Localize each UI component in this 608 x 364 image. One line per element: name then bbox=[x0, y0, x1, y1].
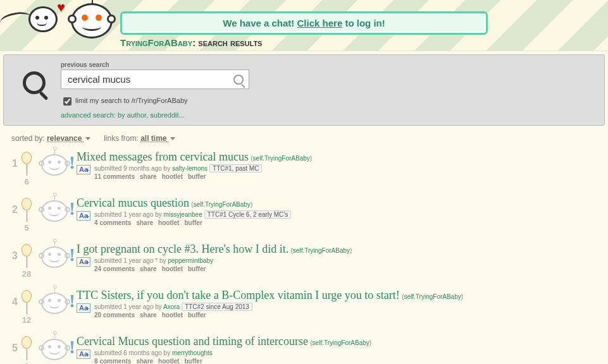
limit-search-row: limit my search to /r/TryingForABaby bbox=[61, 95, 598, 107]
text-size-button[interactable]: Aa+ bbox=[77, 211, 90, 221]
comments-link[interactable]: 4 comments bbox=[94, 219, 131, 226]
buffer-link[interactable]: buffer bbox=[188, 173, 206, 180]
chevron-down-icon bbox=[170, 137, 175, 140]
text-size-button[interactable]: Aa+ bbox=[77, 303, 90, 313]
post-domain-link[interactable]: self.TryingForABaby bbox=[313, 339, 369, 346]
comments-link[interactable]: 20 comments bbox=[94, 312, 135, 318]
buffer-link[interactable]: buffer bbox=[188, 265, 206, 272]
chat-banner-link[interactable]: Click here bbox=[297, 18, 343, 28]
post-title-link[interactable]: Mixed messages from cervical mucus bbox=[77, 150, 249, 163]
post-domain: (self.TryingForABaby) bbox=[251, 155, 312, 162]
post-actions: 4 commentssharehootletbuffer bbox=[94, 219, 291, 226]
advanced-search-link[interactable]: advanced search: by author, subreddit... bbox=[61, 111, 185, 119]
post-title-link[interactable]: TTC Sisters, if you don't take a B-Compl… bbox=[77, 289, 400, 301]
upvote-icon[interactable] bbox=[22, 244, 32, 257]
subreddit-name[interactable]: TryingForABaby bbox=[120, 37, 192, 48]
share-link[interactable]: share bbox=[136, 219, 153, 226]
post-title-link[interactable]: Cervical Mucus question and timing of in… bbox=[77, 335, 308, 348]
vote-column: 5 bbox=[19, 195, 34, 233]
search-icon bbox=[23, 71, 48, 97]
chat-banner-text-suffix: to log in! bbox=[342, 18, 385, 28]
result-row: 412!TTC Sisters, if you don't take a B-C… bbox=[0, 284, 605, 330]
author-link[interactable]: missyjeanbee bbox=[164, 211, 202, 218]
share-link[interactable]: share bbox=[140, 312, 157, 318]
post-domain-link[interactable]: self.TryingForABaby bbox=[194, 201, 251, 208]
thumbnail[interactable]: ! bbox=[37, 243, 71, 268]
post-domain: (self.TryingForABaby) bbox=[291, 247, 352, 254]
result-rank: 3 bbox=[6, 241, 18, 262]
hootlet-link[interactable]: hootlet bbox=[162, 312, 183, 318]
thumbnail[interactable]: ! bbox=[37, 197, 71, 222]
previous-search-label: previous search bbox=[61, 61, 598, 68]
post-domain-link[interactable]: self.TryingForABaby bbox=[253, 155, 310, 162]
search-submit-icon[interactable] bbox=[233, 75, 244, 85]
post-domain: (self.TryingForABaby) bbox=[191, 201, 252, 208]
post-tagline: submitted 6 months ago by merrythoughts bbox=[94, 349, 213, 356]
buffer-link[interactable]: buffer bbox=[184, 358, 202, 364]
chevron-down-icon bbox=[85, 137, 90, 140]
post-tagline: submitted 1 year ago * by peppermintbaby bbox=[94, 257, 213, 264]
buffer-link[interactable]: buffer bbox=[184, 219, 202, 226]
share-link[interactable]: share bbox=[140, 173, 157, 180]
author-link[interactable]: peppermintbaby bbox=[168, 257, 213, 264]
post-score: 5 bbox=[19, 223, 34, 233]
post-tagline: submitted 1 year ago by AxoraTTC#2 since… bbox=[94, 303, 252, 310]
user-flair: TTC#2 since Aug 2013 bbox=[182, 303, 252, 311]
text-size-button[interactable]: Aa+ bbox=[77, 349, 90, 359]
post-score: 28 bbox=[19, 269, 34, 279]
thumbnail[interactable]: ! bbox=[37, 289, 71, 314]
logo-area[interactable]: ♥ bbox=[0, 0, 113, 39]
upvote-icon[interactable] bbox=[22, 198, 32, 210]
hootlet-link[interactable]: hootlet bbox=[162, 265, 183, 272]
buffer-link[interactable]: buffer bbox=[188, 312, 206, 318]
upvote-icon[interactable] bbox=[22, 336, 32, 349]
sperm-snoo-icon bbox=[0, 0, 60, 38]
share-link[interactable]: share bbox=[136, 358, 153, 364]
hootlet-link[interactable]: hootlet bbox=[158, 358, 179, 364]
thumbnail[interactable]: ! bbox=[37, 335, 71, 360]
post-title-link[interactable]: I got pregnant on cycle #3. Here's how I… bbox=[77, 243, 288, 255]
links-from-label: links from: bbox=[104, 134, 139, 143]
search-input[interactable] bbox=[66, 73, 233, 85]
comments-link[interactable]: 8 comments bbox=[94, 358, 131, 364]
upvote-icon[interactable] bbox=[22, 152, 32, 164]
result-rank: 5 bbox=[6, 334, 18, 354]
page-subtitle: : search results bbox=[192, 37, 262, 48]
search-box[interactable] bbox=[61, 70, 249, 89]
links-from-dropdown[interactable]: all time bbox=[140, 134, 175, 143]
thumbnail[interactable]: ! bbox=[37, 150, 71, 176]
result-rank: 2 bbox=[6, 195, 18, 215]
hootlet-link[interactable]: hootlet bbox=[162, 173, 183, 180]
author-link[interactable]: merrythoughts bbox=[172, 349, 213, 356]
result-row: 328!I got pregnant on cycle #3. Here's h… bbox=[0, 238, 605, 284]
exclamation-icon: ! bbox=[69, 153, 75, 172]
post-tagline: submitted 1 year ago by missyjeanbeeTTC#… bbox=[94, 211, 291, 218]
post-score: 3 bbox=[19, 361, 34, 364]
post-domain-link[interactable]: self.TryingForABaby bbox=[293, 247, 350, 254]
exclamation-icon: ! bbox=[69, 291, 75, 310]
limit-search-checkbox[interactable] bbox=[63, 97, 71, 106]
author-link[interactable]: Axora bbox=[163, 303, 180, 310]
post-domain-link[interactable]: self.TryingForABaby bbox=[404, 293, 461, 300]
post-tagline: submitted 9 months ago by salty-lemonsTT… bbox=[94, 165, 262, 172]
hootlet-link[interactable]: hootlet bbox=[158, 219, 179, 226]
sorted-by-label: sorted by: bbox=[11, 134, 45, 143]
post-domain: (self.TryingForABaby) bbox=[402, 293, 463, 300]
post-title-link[interactable]: Cervical mucus question bbox=[77, 197, 189, 209]
text-size-button[interactable]: Aa+ bbox=[77, 257, 90, 267]
sorted-by-dropdown[interactable]: relevance bbox=[47, 134, 90, 143]
comments-link[interactable]: 24 comments bbox=[94, 265, 135, 272]
share-link[interactable]: share bbox=[140, 265, 157, 272]
upvote-icon[interactable] bbox=[22, 290, 32, 303]
vote-column: 6 bbox=[19, 149, 34, 186]
author-link[interactable]: salty-lemons bbox=[172, 165, 208, 172]
comments-link[interactable]: 11 comments bbox=[94, 173, 135, 180]
exclamation-icon: ! bbox=[69, 199, 75, 218]
post-score: 6 bbox=[19, 177, 34, 186]
text-size-button[interactable]: Aa+ bbox=[77, 165, 90, 174]
post-actions: 24 commentssharehootletbuffer bbox=[94, 265, 213, 272]
chat-banner-text-prefix: We have a chat! bbox=[223, 18, 297, 28]
result-row: 16!Mixed messages from cervical mucus (s… bbox=[0, 145, 605, 191]
limit-search-label: limit my search to /r/TryingForABaby bbox=[75, 97, 187, 104]
chat-banner[interactable]: We have a chat! Click here to log in! bbox=[120, 11, 488, 35]
